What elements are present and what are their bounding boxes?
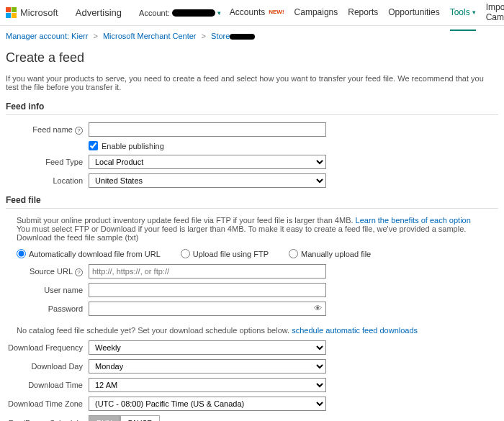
password-label: Password	[6, 304, 89, 313]
microsoft-logo[interactable]: Microsoft	[6, 7, 58, 18]
nav-opportunities[interactable]: Opportunities	[388, 0, 439, 31]
download-time-select[interactable]: 12 AM	[89, 378, 326, 392]
location-label: Location	[6, 176, 89, 185]
eye-icon[interactable]: 👁	[314, 304, 322, 312]
page-intro: If you want your products to serve, you …	[6, 74, 498, 91]
nav-import-campaigns[interactable]: Import Campaigns ▾	[486, 0, 504, 31]
password-input[interactable]	[89, 302, 326, 316]
section-feed-info: Feed info	[6, 101, 498, 115]
feed-name-label: Feed name	[32, 125, 73, 134]
ms-logo-icon	[6, 7, 17, 18]
crumb-manager[interactable]: Manager account: Kierr	[6, 32, 88, 40]
nav-campaigns[interactable]: Campaigns	[294, 0, 338, 31]
crumb-merchant-center[interactable]: Microsoft Merchant Center	[103, 32, 197, 40]
crumb-store[interactable]: Store	[211, 32, 255, 40]
account-selector[interactable]: Account: ▾	[139, 9, 221, 17]
radio-manual[interactable]: Manually upload file	[289, 249, 371, 258]
nav-reports[interactable]: Reports	[348, 0, 378, 31]
enable-publishing-label: Enable publishing	[102, 142, 164, 150]
run-button[interactable]: RUN	[89, 415, 120, 421]
main-nav: AccountsNEW! Campaigns Reports Opportuni…	[230, 0, 504, 31]
page-title: Create a feed	[6, 50, 498, 65]
username-input[interactable]	[89, 283, 326, 297]
nav-accounts[interactable]: AccountsNEW!	[230, 0, 284, 31]
new-badge: NEW!	[269, 9, 284, 15]
username-label: User name	[6, 286, 89, 294]
section-feed-file: Feed file	[6, 195, 498, 209]
help-icon[interactable]: ?	[75, 268, 83, 276]
download-timezone-select[interactable]: (UTC - 08:00) Pacific Time (US & Canada)	[89, 397, 326, 411]
radio-auto-download[interactable]: Automatically download file from URL	[17, 249, 161, 258]
redacted-account	[172, 9, 215, 17]
download-day-select[interactable]: Monday	[89, 359, 326, 374]
download-time-label: Download Time	[6, 381, 89, 389]
chevron-down-icon: ▾	[472, 9, 476, 16]
source-url-input[interactable]	[89, 264, 326, 279]
download-frequency-label: Download Frequency	[6, 343, 89, 352]
ms-text: Microsoft	[20, 7, 58, 18]
pause-button[interactable]: PAUSE	[120, 415, 160, 421]
help-icon[interactable]: ?	[75, 127, 83, 135]
feed-file-note: Submit your online product inventory upd…	[6, 216, 498, 242]
learn-benefits-link[interactable]: Learn the benefits of each option	[356, 216, 471, 225]
top-header: Microsoft Advertising Account: ▾ Account…	[0, 0, 504, 26]
upload-method-radios: Automatically download file from URL Upl…	[17, 249, 498, 258]
run-pause-toggle: RUN PAUSE	[89, 415, 326, 421]
download-day-label: Download Day	[6, 362, 89, 371]
schedule-note: No catalog feed file schedule yet? Set y…	[6, 326, 498, 335]
chevron-down-icon: ▾	[217, 9, 221, 17]
feed-name-input[interactable]	[89, 122, 326, 137]
radio-ftp[interactable]: Upload file using FTP	[181, 249, 269, 258]
download-frequency-select[interactable]: Weekly	[89, 340, 326, 355]
feed-type-label: Feed Type	[6, 158, 89, 166]
redacted-store	[230, 34, 255, 40]
brand-text: Advertising	[76, 7, 122, 18]
nav-tools[interactable]: Tools ▾	[450, 0, 476, 31]
source-url-label: Source URL	[30, 267, 73, 276]
schedule-link[interactable]: schedule automatic feed downloads	[292, 326, 418, 335]
main-content: Create a feed If you want your products …	[0, 50, 504, 421]
location-select[interactable]: United States	[89, 173, 326, 188]
download-timezone-label: Download Time Zone	[6, 399, 89, 408]
enable-publishing-checkbox[interactable]	[89, 141, 98, 150]
account-label: Account:	[139, 9, 170, 17]
feed-type-select[interactable]: Local Product	[89, 155, 326, 169]
